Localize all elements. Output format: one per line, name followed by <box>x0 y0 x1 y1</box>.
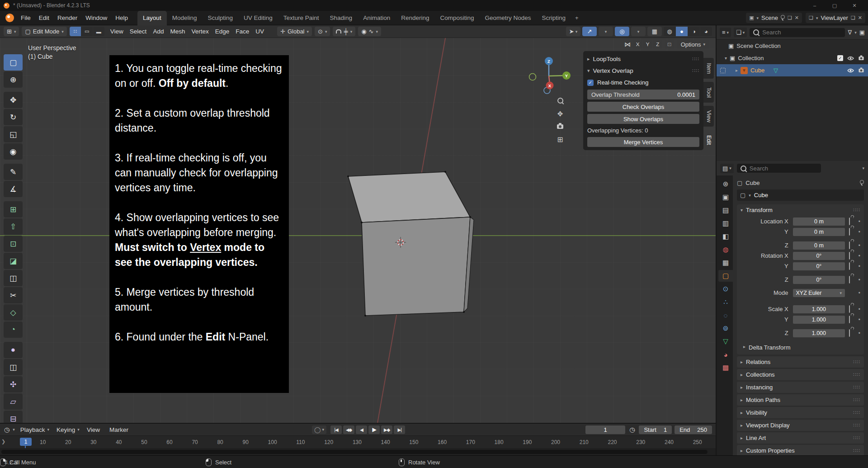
mirror-axis-button[interactable]: Z <box>653 40 662 49</box>
checkbox-checked-icon[interactable]: ✓ <box>587 80 594 86</box>
transform-panel-header[interactable]: ▾ Transform ∷∷ <box>737 204 864 216</box>
check-overlaps-button[interactable]: Check Overlaps <box>587 102 699 112</box>
workspace-tab[interactable]: UV Editing <box>238 11 278 25</box>
pivot-dropdown[interactable]: ⊙ ▾ <box>315 27 330 36</box>
value-field[interactable]: 0° <box>793 262 845 270</box>
vertex-select-mode-button[interactable]: ∷ <box>70 27 81 36</box>
menu-item[interactable]: Select <box>127 28 150 35</box>
properties-search-input[interactable]: Search <box>737 164 821 173</box>
tool-button[interactable]: ● <box>4 342 23 358</box>
mirror-axis-button[interactable]: Y <box>643 40 652 49</box>
tool-button[interactable]: ✎ <box>4 164 23 180</box>
workspace-tab[interactable]: Sculpting <box>202 11 238 25</box>
lock-icon[interactable] <box>849 329 850 337</box>
timeline-editor-icon[interactable]: ◷ <box>3 426 11 433</box>
menu-item[interactable]: Vertex <box>188 28 212 35</box>
lock-icon[interactable] <box>849 305 850 313</box>
workspace-tab[interactable]: Modeling <box>167 11 203 25</box>
drag-dots-icon[interactable]: ∷∷ <box>853 207 860 213</box>
mirror-axis-button[interactable]: X <box>633 40 642 49</box>
properties-panel-header[interactable]: ▸ Custom Properties ∷∷ <box>737 445 864 456</box>
lock-icon[interactable] <box>849 228 850 236</box>
xray-toggle[interactable]: ▦ <box>647 27 662 36</box>
drag-dots-icon[interactable]: ∷∷ <box>692 68 699 74</box>
tool-button[interactable]: ⊟ <box>4 411 23 423</box>
tool-button[interactable]: ◱ <box>4 126 23 142</box>
new-viewlayer-icon[interactable]: ❏ <box>851 15 855 21</box>
pin-icon[interactable] <box>860 180 864 184</box>
play-button[interactable]: ▶ <box>368 425 380 434</box>
value-field[interactable]: 0° <box>793 276 845 284</box>
tool-button[interactable]: ◉ <box>4 143 23 160</box>
menu-item[interactable]: Face <box>232 28 252 35</box>
properties-panel-header[interactable]: ▸ Instancing ∷∷ <box>737 382 864 393</box>
wireframe-shading-button[interactable]: ◍ <box>664 27 675 36</box>
menu-item[interactable]: Edge <box>212 28 233 35</box>
keyframe-dot-icon[interactable]: • <box>859 290 860 296</box>
checkbox-icon[interactable]: ✓ <box>837 55 843 61</box>
gizmo-dropdown[interactable]: ▾ <box>599 27 613 36</box>
viewport-3d[interactable]: User Perspective (1) Cube ⋈ XYZ ⊡ Option… <box>0 38 716 423</box>
new-scene-icon[interactable]: ❏ <box>788 15 792 21</box>
lock-icon[interactable] <box>849 262 850 270</box>
tool-button[interactable]: ⊕ <box>4 71 23 88</box>
camera-icon[interactable] <box>859 69 863 72</box>
rendered-shading-button[interactable]: ◕ <box>700 27 712 36</box>
looptools-panel-header[interactable]: ▸ LoopTools ∷∷ <box>587 54 699 64</box>
previous-keyframe-button[interactable]: ◀◆ <box>343 425 354 434</box>
show-gizmo-toggle[interactable]: ↗ <box>582 27 597 36</box>
delete-viewlayer-icon[interactable]: ✕ <box>858 15 862 21</box>
ortho-grid-icon[interactable]: ⊞ <box>557 135 563 144</box>
filter-type-dropdown[interactable]: ❏▾ <box>734 28 747 37</box>
tool-button[interactable]: ∡ <box>4 181 23 197</box>
tool-button[interactable]: ◫ <box>4 270 23 286</box>
material-shading-button[interactable]: ◑ <box>688 27 700 36</box>
snap-base-icon[interactable]: ⊡ <box>665 40 674 49</box>
object-name-field[interactable]: ▢ ▾ Cube <box>737 189 864 201</box>
chevron-down-icon[interactable]: ▾ <box>862 166 864 170</box>
edge-select-mode-button[interactable]: ▭ <box>81 27 93 36</box>
properties-tab[interactable]: ▣ <box>718 191 733 203</box>
delete-scene-icon[interactable]: ✕ <box>795 15 799 21</box>
properties-panel-header[interactable]: ▸ Motion Paths ∷∷ <box>737 394 864 406</box>
properties-tab[interactable]: ▽ <box>718 336 733 347</box>
tool-button[interactable]: ⊡ <box>4 236 23 252</box>
tool-button[interactable]: ▢ <box>4 54 23 71</box>
tool-button[interactable]: ◔ <box>4 321 23 338</box>
tool-button[interactable]: ✂ <box>4 287 23 303</box>
expand-icon[interactable]: ▸ <box>736 68 738 73</box>
workspace-tab[interactable]: Compositing <box>434 11 479 25</box>
timeline-menu-item[interactable]: Marker <box>106 426 134 433</box>
delta-transform-header[interactable]: ▸ Delta Transform <box>737 341 864 355</box>
snap-dropdown[interactable]: ╪ ▾ <box>333 27 355 36</box>
menu-item[interactable]: UV <box>252 28 267 35</box>
properties-panel-header[interactable]: ▸ Viewport Display ∷∷ <box>737 420 864 431</box>
rotation-mode-dropdown[interactable]: XYZ Euler ▾ <box>793 289 845 297</box>
vertex-overlap-panel-header[interactable]: ▾ Vertex Overlap ∷∷ <box>587 66 699 76</box>
timeline-ruler[interactable]: ❯ 1 102030405060708090100110120130140150… <box>0 435 716 448</box>
menu-item[interactable]: Mesh <box>167 28 188 35</box>
new-collection-icon[interactable]: ▣ <box>859 29 865 36</box>
tool-button[interactable]: ↻ <box>4 109 23 125</box>
tool-button[interactable]: ▱ <box>4 393 23 410</box>
keyframe-dot-icon[interactable]: • <box>859 306 860 312</box>
expand-icon[interactable]: ▾ <box>725 56 727 61</box>
properties-tab[interactable]: ◌ <box>718 309 733 321</box>
drag-dots-icon[interactable]: ∷∷ <box>853 384 860 390</box>
properties-tab[interactable]: ▢ <box>718 270 733 282</box>
navigation-gizmo[interactable]: Z Y X <box>520 49 579 101</box>
drag-dots-icon[interactable]: ∷∷ <box>853 410 860 416</box>
n-panel-tab[interactable]: View <box>703 106 714 127</box>
minimize-button[interactable]: – <box>805 0 825 11</box>
next-keyframe-button[interactable]: ▶◆ <box>381 425 392 434</box>
tool-button[interactable]: ✥ <box>4 92 23 108</box>
keyframe-dot-icon[interactable]: • <box>859 277 860 283</box>
jump-to-start-button[interactable]: |◀ <box>330 425 342 434</box>
keyframe-dot-icon[interactable]: • <box>859 263 860 269</box>
start-frame-field[interactable]: Start 1 <box>639 425 672 434</box>
keyframe-dot-icon[interactable]: • <box>859 253 860 259</box>
n-panel-tab[interactable]: Item <box>703 58 714 79</box>
eye-icon[interactable] <box>847 56 854 61</box>
workspace-tab[interactable]: Layout <box>137 11 167 25</box>
drag-dots-icon[interactable]: ∷∷ <box>853 397 860 403</box>
